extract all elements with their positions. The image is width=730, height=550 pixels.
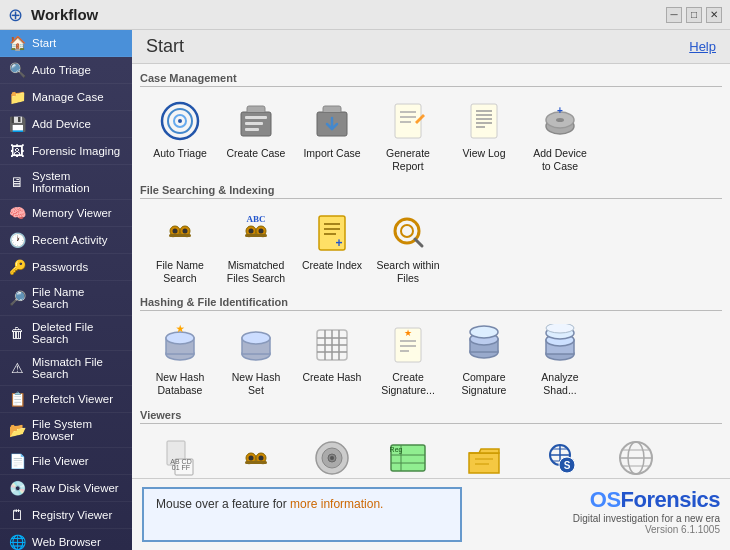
registry-viewer-item[interactable]: Reg Registry Viewer [372,430,444,478]
compare-signature-icon [460,321,508,369]
sidebar-item-web-browser-label: Web Browser [32,536,101,548]
sidebar-item-auto-triage-label: Auto Triage [32,64,91,76]
mismatched-files-item[interactable]: ABC Mismatched Files Search [220,205,292,288]
system-info-icon: 🖥 [8,174,26,190]
file-system-browser-icon [460,434,508,478]
create-hash-icon [308,321,356,369]
import-case-item[interactable]: Import Case [296,93,368,176]
sidebar-item-file-name-search-label: File Name Search [32,286,124,310]
sidebar-item-mismatch-file-search[interactable]: ⚠ Mismatch File Search [0,351,132,386]
sidebar-item-file-viewer[interactable]: 📄 File Viewer [0,448,132,475]
search-within-files-item[interactable]: Search within Files [372,205,444,288]
auto-triage-icon: 🔍 [8,62,26,78]
file-name-search-item[interactable]: File Name Search [144,205,216,288]
hashing-grid: ★ New Hash Database [140,317,722,400]
sidebar-item-auto-triage[interactable]: 🔍 Auto Triage [0,57,132,84]
analyze-shad-item[interactable]: Analyze Shad... [524,317,596,400]
raw-disk-viewer-item[interactable]: Raw Disk Viewer [296,430,368,478]
create-hash-item[interactable]: Create Hash [296,317,368,400]
viewers-grid: 01 FF AB CD File and Hex Viewer [140,430,722,478]
add-device-item[interactable]: + Add Device to Case [524,93,596,176]
prefetch-viewer-icon: 📋 [8,391,26,407]
new-hash-db-icon: ★ [156,321,204,369]
view-log-item[interactable]: View Log [448,93,520,176]
section-viewers: Viewers 01 FF AB CD File and Hex Viewer [140,409,722,478]
create-index-icon: + [308,209,356,257]
sidebar-item-deleted-file-search[interactable]: 🗑 Deleted File Search [0,316,132,351]
app-icon: ⊕ [8,4,23,26]
info-message-box: Mouse over a feature for more informatio… [142,487,462,542]
sidebar: 🏠 Start 🔍 Auto Triage 📁 Manage Case 💾 Ad… [0,30,132,550]
svg-point-36 [259,229,264,234]
svg-text:S: S [564,460,571,471]
svg-point-53 [242,332,270,344]
sidebar-item-file-viewer-label: File Viewer [32,455,89,467]
sidebar-item-add-device[interactable]: 💾 Add Device [0,111,132,138]
sqlite-db-browser-item[interactable]: S SQLite DB Browser [524,430,596,478]
section-hashing: Hashing & File Identification ★ New Hash… [140,296,722,400]
web-browser-item[interactable]: Web Browser [600,430,672,478]
sidebar-item-manage-case[interactable]: 📁 Manage Case [0,84,132,111]
content-scroll[interactable]: Case Management Auto Triage [132,64,730,478]
svg-text:Reg: Reg [390,446,403,454]
svg-rect-14 [471,104,497,138]
sidebar-item-memory-viewer[interactable]: 🧠 Memory Viewer [0,200,132,227]
brand-name: OSOSForensicsForensics [573,487,720,513]
compare-signature-item[interactable]: Compare Signature [448,317,520,400]
help-link[interactable]: Help [689,39,716,54]
import-case-icon [308,97,356,145]
sidebar-item-file-name-search[interactable]: 🔎 File Name Search [0,281,132,316]
file-hex-viewer-item[interactable]: 01 FF AB CD File and Hex Viewer [144,430,216,478]
sidebar-item-forensic-imaging-label: Forensic Imaging [32,145,120,157]
svg-text:★: ★ [404,328,412,338]
memory-viewer-item[interactable]: Memory Viewer [220,430,292,478]
case-management-grid: Auto Triage Create Case [140,93,722,176]
sidebar-item-system-information[interactable]: 🖥 System Information [0,165,132,200]
sidebar-item-start-label: Start [32,37,56,49]
maximize-button[interactable]: □ [686,7,702,23]
sidebar-item-start[interactable]: 🏠 Start [0,30,132,57]
info-message-text: Mouse over a feature for more informatio… [156,497,383,511]
sidebar-item-forensic-imaging[interactable]: 🖼 Forensic Imaging [0,138,132,165]
file-system-browser-item[interactable]: File System Browser [448,430,520,478]
section-case-management: Case Management Auto Triage [140,72,722,176]
svg-point-28 [173,229,178,234]
svg-rect-7 [245,128,259,131]
sidebar-item-web-browser[interactable]: 🌐 Web Browser [0,529,132,550]
add-device-to-case-label: Add Device to Case [528,147,592,172]
sidebar-item-recent-activity[interactable]: 🕐 Recent Activity [0,227,132,254]
svg-point-84 [259,455,264,460]
sqlite-db-browser-icon: S [536,434,584,478]
manage-case-icon: 📁 [8,89,26,105]
sidebar-item-raw-disk-viewer[interactable]: 💿 Raw Disk Viewer [0,475,132,502]
window-controls[interactable]: ─ □ ✕ [666,7,722,23]
svg-rect-6 [245,122,263,125]
svg-point-69 [470,326,498,338]
generate-report-item[interactable]: Generate Report [372,93,444,176]
sidebar-item-file-system-browser[interactable]: 📂 File System Browser [0,413,132,448]
auto-triage-item[interactable]: Auto Triage [144,93,216,176]
new-hash-set-item[interactable]: New Hash Set [220,317,292,400]
sidebar-item-manage-case-label: Manage Case [32,91,104,103]
start-icon: 🏠 [8,35,26,51]
svg-point-3 [178,119,182,123]
recent-activity-icon: 🕐 [8,232,26,248]
sidebar-item-registry-viewer[interactable]: 🗒 Registry Viewer [0,502,132,529]
create-case-item[interactable]: Create Case [220,93,292,176]
sidebar-item-prefetch-viewer[interactable]: 📋 Prefetch Viewer [0,386,132,413]
svg-point-45 [401,225,413,237]
close-button[interactable]: ✕ [706,7,722,23]
file-name-search-icon [156,209,204,257]
file-searching-grid: File Name Search [140,205,722,288]
mismatch-file-search-icon: ⚠ [8,360,26,376]
new-hash-db-item[interactable]: ★ New Hash Database [144,317,216,400]
create-index-item[interactable]: + Create Index [296,205,368,288]
file-name-search-icon: 🔎 [8,290,26,306]
minimize-button[interactable]: ─ [666,7,682,23]
svg-point-22 [556,118,564,122]
registry-viewer-icon: Reg [384,434,432,478]
add-device-icon: 💾 [8,116,26,132]
sidebar-item-passwords[interactable]: 🔑 Passwords [0,254,132,281]
create-signature-item[interactable]: ★ Create Signature... [372,317,444,400]
svg-rect-5 [245,116,267,119]
